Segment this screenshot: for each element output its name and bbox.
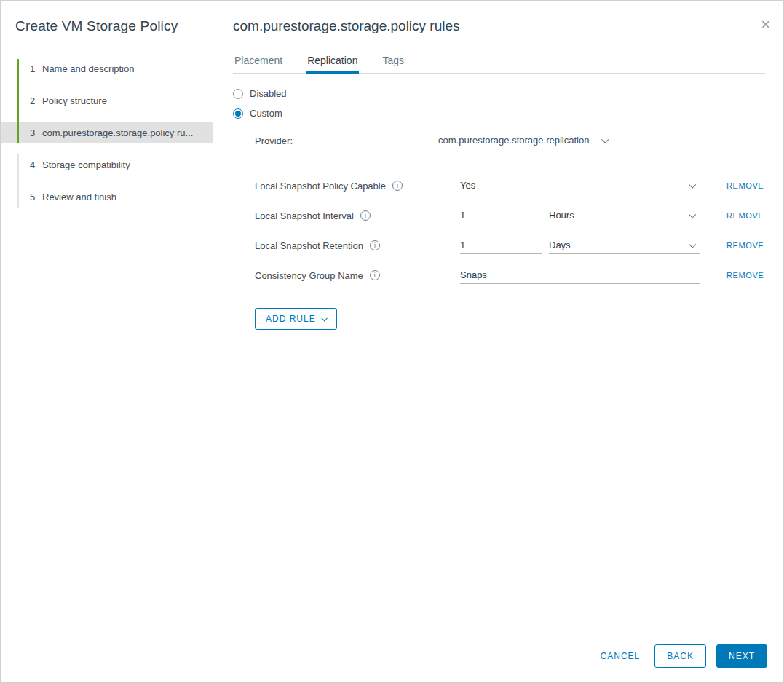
chevron-down-icon (689, 241, 696, 248)
create-vm-storage-policy-dialog: Create VM Storage Policy 1 Name and desc… (0, 0, 784, 683)
tab-replication[interactable]: Replication (306, 55, 359, 73)
rule-fields: Hours (460, 207, 700, 224)
rule-label: Local Snapshot Policy Capable i (255, 181, 460, 192)
remove-rule-button[interactable]: REMOVE (726, 211, 764, 220)
rule-fields: Days (460, 237, 700, 254)
rule-local-snapshot-interval: Local Snapshot Interval i Hours REMOVE (255, 207, 765, 224)
sidebar-step-name-and-description[interactable]: 1 Name and description (1, 58, 213, 79)
sidebar-step-policy-rules[interactable]: 3 com.purestorage.storage.policy ru... (1, 122, 213, 143)
radio-disabled[interactable]: Disabled (233, 88, 765, 99)
select-value: Yes (460, 180, 475, 191)
add-rule-label: ADD RULE (266, 314, 316, 324)
page-title: com.purestorage.storage.policy rules (233, 18, 765, 34)
rule-local-snapshot-retention: Local Snapshot Retention i Days REMOVE (255, 237, 765, 254)
step-number: 1 (30, 63, 42, 74)
step-number: 4 (30, 159, 42, 170)
rule-consistency-group-name: Consistency Group Name i REMOVE (255, 267, 765, 284)
radio-disabled-icon[interactable] (233, 89, 243, 99)
retention-value-input[interactable] (460, 240, 542, 250)
close-icon[interactable]: × (761, 17, 770, 33)
consistency-group-input[interactable] (460, 269, 700, 280)
rule-label-text: Consistency Group Name (255, 270, 363, 281)
provider-label: Provider: (255, 135, 438, 146)
sidebar-step-storage-compatibility[interactable]: 4 Storage compatibility (1, 154, 213, 175)
chevron-down-icon (689, 181, 696, 189)
main-content: com.purestorage.storage.policy rules × P… (213, 1, 783, 682)
step-label: Storage compatibility (42, 159, 130, 170)
retention-value-field (460, 237, 542, 254)
step-label: com.purestorage.storage.policy ru... (42, 127, 193, 138)
rule-label-text: Local Snapshot Retention (255, 240, 363, 251)
radio-disabled-label: Disabled (250, 88, 287, 99)
rule-label: Local Snapshot Interval i (255, 210, 460, 221)
rule-fields: Yes (460, 177, 700, 194)
policy-capable-select[interactable]: Yes (460, 177, 700, 194)
info-icon[interactable]: i (370, 270, 380, 280)
progress-bar-todo (17, 154, 19, 208)
consistency-group-field (460, 267, 700, 284)
next-button[interactable]: NEXT (716, 644, 767, 668)
retention-unit-select[interactable]: Days (549, 237, 700, 254)
rule-label: Local Snapshot Retention i (255, 240, 460, 251)
wizard-sidebar: Create VM Storage Policy 1 Name and desc… (1, 1, 213, 682)
select-value: Hours (549, 210, 574, 221)
remove-rule-button[interactable]: REMOVE (726, 181, 764, 190)
step-number: 3 (30, 127, 42, 138)
radio-custom-icon[interactable] (233, 108, 243, 119)
progress-bar-done (17, 59, 19, 143)
chevron-down-icon (601, 136, 609, 143)
remove-rule-button[interactable]: REMOVE (726, 271, 764, 280)
info-icon[interactable]: i (360, 210, 371, 221)
rules-list: Local Snapshot Policy Capable i Yes REMO… (233, 177, 765, 284)
interval-unit-select[interactable]: Hours (549, 207, 700, 224)
tab-tags[interactable]: Tags (381, 55, 405, 73)
cancel-button[interactable]: CANCEL (601, 651, 641, 661)
tab-placement[interactable]: Placement (233, 55, 284, 73)
wizard-footer: CANCEL BACK NEXT (601, 644, 767, 668)
rule-label-text: Local Snapshot Policy Capable (255, 181, 386, 192)
sidebar-step-policy-structure[interactable]: 2 Policy structure (1, 90, 213, 111)
tab-bar: Placement Replication Tags (233, 55, 765, 74)
interval-value-field (460, 207, 542, 224)
rule-local-snapshot-policy-capable: Local Snapshot Policy Capable i Yes REMO… (255, 177, 765, 194)
chevron-down-icon (321, 315, 327, 321)
back-button[interactable]: BACK (654, 644, 706, 668)
step-number: 2 (30, 95, 42, 106)
rule-label: Consistency Group Name i (255, 270, 460, 281)
info-icon[interactable]: i (370, 240, 380, 250)
step-label: Policy structure (42, 95, 107, 106)
wizard-title: Create VM Storage Policy (1, 18, 213, 34)
step-label: Name and description (42, 63, 134, 74)
interval-value-input[interactable] (460, 210, 542, 221)
step-label: Review and finish (42, 192, 116, 202)
provider-select-value: com.purestorage.storage.replication (438, 135, 589, 146)
add-rule-button[interactable]: ADD RULE (255, 308, 337, 330)
rule-fields (460, 267, 700, 284)
info-icon[interactable]: i (392, 181, 403, 191)
radio-custom-label: Custom (250, 108, 282, 119)
select-value: Days (549, 240, 571, 250)
remove-rule-button[interactable]: REMOVE (726, 241, 764, 250)
radio-custom[interactable]: Custom (233, 108, 765, 119)
rule-label-text: Local Snapshot Interval (255, 210, 354, 221)
wizard-steps: 1 Name and description 2 Policy structur… (1, 58, 213, 208)
chevron-down-icon (689, 211, 696, 218)
sidebar-step-review-and-finish[interactable]: 5 Review and finish (1, 186, 213, 208)
replication-mode-group: Disabled Custom (233, 88, 765, 119)
provider-select[interactable]: com.purestorage.storage.replication (438, 132, 607, 149)
step-number: 5 (30, 192, 42, 202)
provider-row: Provider: com.purestorage.storage.replic… (233, 132, 765, 149)
